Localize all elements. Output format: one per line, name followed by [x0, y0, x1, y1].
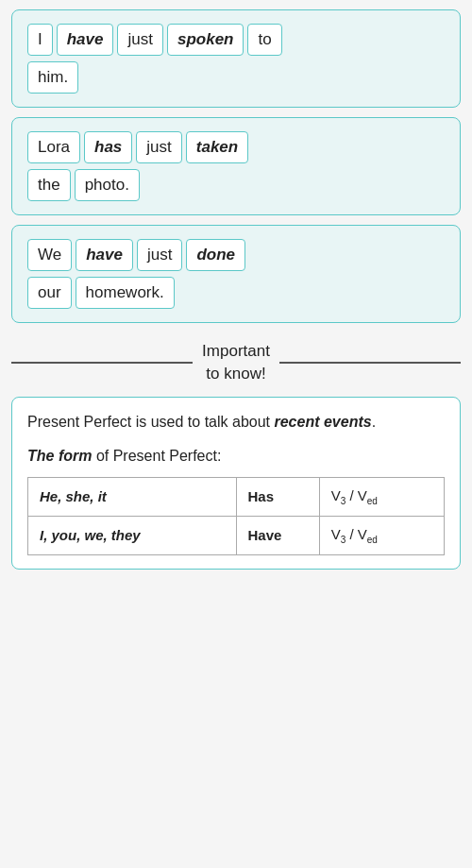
table-form: V3 / Ved — [319, 477, 444, 516]
word-box: spoken — [167, 24, 244, 56]
word-box: just — [137, 239, 182, 271]
sentence-row: Lorahasjusttaken — [27, 131, 445, 163]
word-box: Lora — [27, 131, 80, 163]
word-box: photo. — [75, 169, 140, 201]
important-line-right — [279, 362, 461, 364]
table-verb: Has — [236, 477, 319, 516]
word-box: done — [186, 239, 245, 271]
word-box: homework. — [76, 277, 175, 309]
sentence-row: ourhomework. — [27, 277, 445, 309]
sentence-row: thephoto. — [27, 169, 445, 201]
table-row: I, you, we, theyHaveV3 / Ved — [28, 516, 445, 554]
table-verb: Have — [236, 516, 319, 554]
word-box: the — [27, 169, 71, 201]
form-title: The form of Present Perfect: — [27, 445, 445, 468]
form-title-bold: The form — [27, 448, 92, 464]
word-box: has — [84, 131, 132, 163]
word-box: just — [136, 131, 181, 163]
info-text-end: . — [372, 414, 376, 430]
important-section: Important to know! — [11, 340, 461, 385]
grammar-table: He, she, itHasV3 / VedI, you, we, theyHa… — [27, 477, 445, 555]
info-highlight: recent events — [274, 414, 371, 430]
word-box: our — [27, 277, 72, 309]
sentence-2: Lorahasjusttakenthephoto. — [11, 117, 461, 215]
word-box: just — [117, 24, 162, 56]
word-box: have — [76, 239, 133, 271]
info-card: Present Perfect is used to talk about re… — [11, 397, 461, 570]
form-title-rest: of Present Perfect: — [92, 448, 221, 464]
table-row: He, she, itHasV3 / Ved — [28, 477, 445, 516]
important-line-left — [11, 362, 193, 364]
sentence-1: Ihavejustspokentohim. — [11, 9, 461, 108]
word-box: to — [247, 24, 281, 56]
table-subject: I, you, we, they — [28, 516, 237, 554]
word-box: have — [57, 24, 114, 56]
word-box: We — [27, 239, 72, 271]
word-box: taken — [186, 131, 248, 163]
info-paragraph: Present Perfect is used to talk about re… — [27, 411, 445, 434]
sentence-3: Wehavejustdoneourhomework. — [11, 225, 461, 323]
info-text-before: Present Perfect is used to talk about — [27, 414, 274, 430]
table-form: V3 / Ved — [319, 516, 444, 554]
word-box: I — [27, 24, 53, 56]
word-box: him. — [27, 61, 78, 94]
sentence-row: Ihavejustspokento — [27, 24, 445, 56]
important-line1: Important — [202, 342, 270, 360]
sentence-row: him. — [27, 61, 445, 94]
important-text: Important to know! — [202, 340, 270, 385]
sentence-row: Wehavejustdone — [27, 239, 445, 271]
table-subject: He, she, it — [28, 477, 237, 516]
important-line2: to know! — [206, 365, 265, 383]
